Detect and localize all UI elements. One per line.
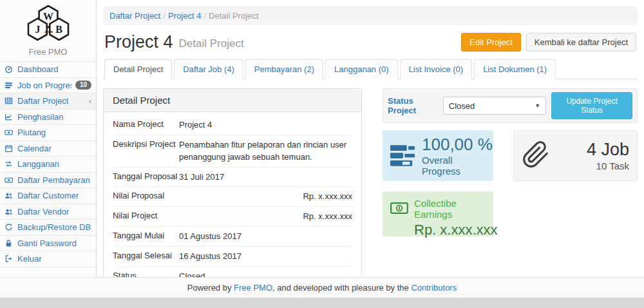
sidebar-item-daftar-pembayaran[interactable]: Daftar Pembayaran [0,173,96,189]
job-count: 4 Job [587,140,629,159]
tab-list-invoice-0[interactable]: List Invoice (0) [400,59,473,79]
page-header: Project 4 Detail Project Edit Project Ke… [104,32,636,52]
sidebar-item-piutang[interactable]: Piutang [0,125,96,141]
detail-value: 16 Agustus 2017 [179,251,352,263]
sidebar-item-keluar[interactable]: Keluar [0,251,96,267]
money-icon [5,175,14,184]
svg-text:.com: .com [44,29,53,34]
detail-value: Rp. x.xxx.xxx [179,211,352,223]
detail-row-nilai-proposal: Nilai ProposalRp. x.xxx.xxx [113,187,352,207]
sidebar-item-penghasilan[interactable]: Penghasilan [0,110,96,126]
detail-value: Penambahan fitur pelaporan dan rincian u… [179,139,352,164]
chevron-left-icon: ‹ [89,97,91,105]
footer-text-prefix: Powered by [187,283,234,293]
earnings-label: Collectibe Earnings [414,198,486,220]
sidebar-item-label: Daftar Project [17,96,68,106]
edit-project-button[interactable]: Edit Project [461,33,520,52]
sidebar-item-job-on-progress[interactable]: Job on Progress10 [0,78,96,94]
page-subtitle: Detail Project [179,37,244,50]
detail-label: Deskripsi Project [113,139,179,164]
breadcrumb-item-project-4[interactable]: Project 4 [168,11,201,21]
detail-project-panel: Detail Project Nama ProjectProject 4Desk… [103,88,362,277]
sidebar-item-label: Piutang [17,128,46,137]
sidebar-item-langganan[interactable]: Langganan [0,157,96,173]
page-title: Project 4 [104,32,173,52]
svg-text:B: B [55,24,62,35]
sidebar-item-dashboard[interactable]: Dashboard [0,62,96,78]
sidebar-item-daftar-customer[interactable]: Daftar Customer [0,188,96,204]
sidebar-item-label: Daftar Vendor [17,207,69,217]
detail-row-deskripsi-project: Deskripsi ProjectPenambahan fitur pelapo… [113,135,352,168]
bottom-strip [0,298,644,308]
sidebar-item-label: Penghasilan [17,112,64,122]
detail-row-tanggal-selesai: Tanggal Selesai16 Agustus 2017 [113,247,352,267]
money-icon [5,128,14,137]
breadcrumb-separator: / [163,11,166,21]
detail-label: Tanggal Mulai [113,231,179,243]
sidebar-item-ganti-password[interactable]: Ganti Password [0,236,96,252]
footer: Powered by Free PMO, and developed with … [0,277,644,298]
retweet-icon [5,160,14,169]
users-icon [5,191,14,200]
detail-row-nilai-project: Nilai ProjectRp. x.xxx.xxx [113,207,352,227]
users-icon [5,207,14,216]
detail-label: Tanggal Proposal [113,171,179,184]
back-to-list-button[interactable]: Kembali ke daftar Project [526,33,636,52]
detail-label: Nilai Proposal [113,191,179,203]
detail-value: 01 Agustus 2017 [179,231,352,243]
calendar-icon [5,144,14,153]
tab-detail-project[interactable]: Detail Project [104,59,172,79]
sidebar-item-daftar-vendor[interactable]: Daftar Vendor [0,204,96,220]
sidebar-item-label: Daftar Customer [17,191,79,200]
tab-langganan-0[interactable]: Langganan (0) [325,59,398,79]
earnings-value: Rp. x.xxx.xxx [414,222,486,238]
task-count: 10 Task [587,160,629,171]
money-icon [390,202,408,216]
breadcrumb-item-detail-project: Detail Project [209,11,258,21]
detail-row-nama-project: Nama ProjectProject 4 [113,115,352,135]
detail-label: Nama Project [113,119,179,131]
status-project-well: Status Project Closed ▼ Update Project S… [383,88,638,123]
detail-rows: Nama ProjectProject 4Deskripsi ProjectPe… [104,112,361,277]
breadcrumb-separator: / [204,11,206,21]
footer-text-middle: , and developed with pleasure by the [272,283,411,293]
sidebar-item-calendar[interactable]: Calendar [0,141,96,157]
detail-label: Tanggal Selesai [113,251,179,263]
jwb-logo-icon: W J B .com [15,4,82,44]
progress-percentage: 100,00 % [422,135,493,154]
sidebar-item-label: Daftar Pembayaran [17,175,90,185]
status-project-label: Status Project [388,96,438,115]
panel-title: Detail Project [104,89,361,112]
main-content: Daftar Project/Project 4/Detail Project … [97,0,644,277]
paperclip-icon [522,140,550,171]
detail-label: Nilai Project [113,211,179,223]
detail-row-tanggal-mulai: Tanggal Mulai01 Agustus 2017 [113,227,352,247]
tasks-icon [390,145,415,166]
lock-icon [5,238,14,247]
jobs-widget: 4 Job 10 Task [513,130,638,181]
progress-label: Overall Progress [422,155,493,177]
breadcrumb-item-daftar-project[interactable]: Daftar Project [109,11,160,21]
right-column: Status Project Closed ▼ Update Project S… [383,88,638,277]
detail-value: Closed [179,271,352,277]
collectible-earnings-widget: Collectibe Earnings Rp. x.xxx.xxx [383,191,493,236]
tab-list-dokumen-1[interactable]: List Dokumen (1) [474,59,556,79]
svg-text:W: W [43,11,53,22]
sidebar-item-backup-restore-db[interactable]: Backup/Restore DB [0,220,96,236]
sidebar-menu: DashboardJob on Progress10Daftar Project… [0,61,96,267]
status-select[interactable]: Closed ▼ [443,97,546,115]
tab-pembayaran-2[interactable]: Pembayaran (2) [245,59,323,79]
sidebar: W J B .com Free PMO DashboardJob on Prog… [0,0,97,277]
free-pmo-link[interactable]: Free PMO [234,283,272,293]
tab-bar: Detail ProjectDaftar Job (4)Pembayaran (… [103,59,638,79]
detail-label: Status [113,271,179,277]
refresh-icon [5,223,14,232]
tab-daftar-job-4[interactable]: Daftar Job (4) [174,59,243,79]
detail-value: 31 Juli 2017 [179,171,352,184]
jwb-logo: W J B .com [0,0,96,46]
sidebar-item-daftar-project[interactable]: Daftar Project‹ [0,93,96,110]
sign-out-icon [5,255,14,264]
contributors-link[interactable]: Contributors [411,283,457,293]
update-status-button[interactable]: Update Project Status [551,92,632,119]
detail-row-tanggal-proposal: Tanggal Proposal31 Juli 2017 [113,168,352,188]
